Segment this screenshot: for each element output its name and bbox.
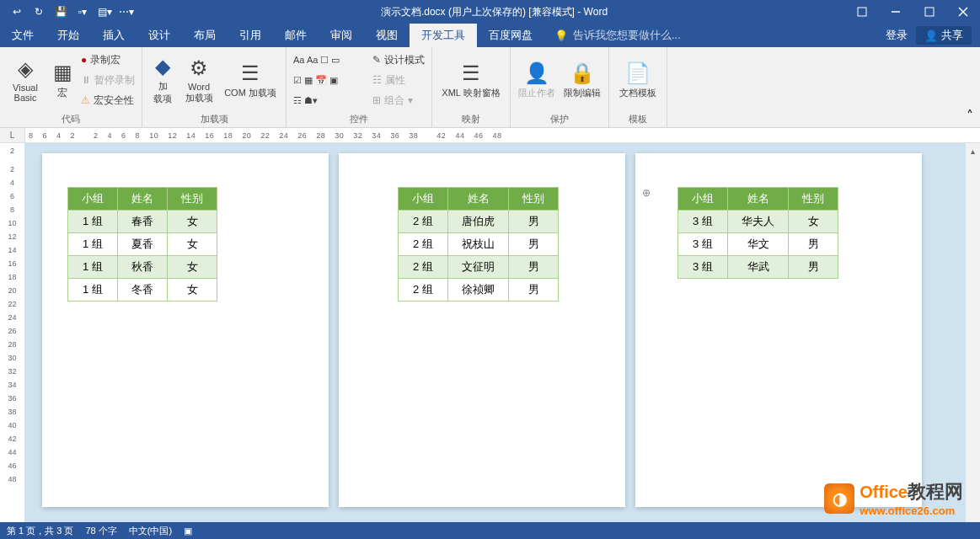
new-button[interactable]: ▫▾ — [72, 2, 93, 22]
table-row[interactable]: 1 组夏香女 — [68, 233, 217, 256]
cell: 徐祯卿 — [448, 279, 509, 302]
customize-qat-button[interactable]: ⋯▾ — [116, 2, 137, 22]
word-count[interactable]: 78 个字 — [85, 525, 116, 537]
doc-template-button[interactable]: 📄文档模板 — [614, 51, 661, 109]
page-2: 小组 姓名 性别 2 组唐伯虎男 2 组祝枝山男 2 组文征明男 2 组徐祯卿男 — [339, 153, 625, 507]
login-link[interactable]: 登录 — [886, 28, 908, 43]
table-page-1[interactable]: 小组 姓名 性别 1 组春香女 1 组夏香女 1 组秋香女 1 组冬香女 — [67, 187, 217, 302]
restrict-editing-button[interactable]: 🔒限制编辑 — [561, 51, 603, 109]
word-addins-label: Word 加载项 — [185, 82, 213, 104]
tab-file[interactable]: 文件 — [0, 24, 46, 47]
table-row[interactable]: 2 组文征明男 — [399, 256, 559, 279]
group-controls-label: 控件 — [292, 113, 426, 125]
cell: 女 — [789, 211, 838, 233]
visual-basic-button[interactable]: ◈ Visual Basic — [5, 51, 46, 109]
group-controls-button: ⊞组合 ▾ — [371, 91, 426, 109]
tab-references[interactable]: 引用 — [228, 24, 273, 47]
group-templates: 📄文档模板 模板 — [609, 47, 667, 127]
vertical-ruler[interactable]: 2246810121416182022242628303234363840424… — [0, 143, 25, 522]
cell: 2 组 — [399, 211, 448, 233]
table-row[interactable]: 1 组冬香女 — [68, 279, 217, 302]
restrict-editing-icon: 🔒 — [570, 61, 595, 85]
share-button[interactable]: 👤 共享 — [916, 26, 972, 45]
macro-indicator-icon[interactable]: ▣ — [184, 526, 192, 536]
record-macro-button[interactable]: ●录制宏 — [79, 51, 137, 69]
vertical-scrollbar[interactable]: ▴ — [965, 143, 980, 522]
cell: 春香 — [118, 211, 168, 233]
tab-layout[interactable]: 布局 — [182, 24, 228, 47]
minimize-button[interactable] — [879, 0, 913, 24]
tab-review[interactable]: 审阅 — [319, 24, 364, 47]
table-row[interactable]: 2 组祝枝山男 — [399, 233, 559, 256]
tell-me-placeholder: 告诉我您想要做什么... — [573, 28, 681, 43]
undo-button[interactable]: ↩ — [7, 2, 27, 22]
cell: 文征明 — [448, 256, 509, 279]
macros-button[interactable]: ▦ 宏 — [49, 51, 76, 109]
group-code: ◈ Visual Basic ▦ 宏 ●录制宏 ⏸暂停录制 ⚠宏安全性 代码 — [0, 47, 142, 127]
cell: 男 — [509, 279, 559, 302]
save-button[interactable]: 💾 — [51, 2, 71, 22]
page-1: 小组 姓名 性别 1 组春香女 1 组夏香女 1 组秋香女 1 组冬香女 — [42, 153, 329, 507]
watermark-brand-1: Office — [860, 483, 908, 501]
scroll-up-arrow-icon[interactable]: ▴ — [966, 143, 980, 158]
document-area[interactable]: 小组 姓名 性别 1 组春香女 1 组夏香女 1 组秋香女 1 组冬香女 小组 … — [25, 143, 980, 522]
pause-recording-button: ⏸暂停录制 — [79, 71, 137, 89]
quick-print-button[interactable]: ▤▾ — [94, 2, 115, 22]
horizontal-ruler[interactable]: 8642246810121416182022242628303234363842… — [25, 128, 980, 142]
ribbon-options-button[interactable] — [845, 0, 879, 24]
quick-access-toolbar: ↩ ↻ 💾 ▫▾ ▤▾ ⋯▾ — [0, 2, 143, 22]
cell: 2 组 — [399, 256, 448, 279]
ruler-corner[interactable]: L — [0, 128, 25, 142]
word-addins-button[interactable]: ⚙Word 加载项 — [181, 51, 217, 109]
xml-mapping-button[interactable]: ☰XML 映射窗格 — [437, 51, 505, 109]
tab-design[interactable]: 设计 — [137, 24, 182, 47]
control-row-1[interactable]: Aa Aa ☐ ▭ — [292, 51, 367, 69]
table-row[interactable]: 1 组秋香女 — [68, 256, 217, 279]
tab-view[interactable]: 视图 — [364, 24, 410, 47]
word-addins-icon: ⚙ — [190, 56, 208, 80]
tell-me-search[interactable]: 💡 告诉我您想要做什么... — [544, 24, 877, 47]
cell: 女 — [168, 256, 217, 279]
window-controls — [845, 0, 980, 24]
table-page-2[interactable]: 小组 姓名 性别 2 组唐伯虎男 2 组祝枝山男 2 组文征明男 2 组徐祯卿男 — [398, 187, 559, 302]
com-addins-button[interactable]: ☰COM 加载项 — [220, 51, 281, 109]
com-addins-label: COM 加载项 — [224, 87, 276, 99]
table-row[interactable]: 1 组春香女 — [68, 211, 217, 233]
addins-icon: ◆ — [155, 55, 170, 78]
control-row-2[interactable]: ☑ ▦ 📅 ▣ — [292, 71, 367, 89]
cell: 男 — [509, 233, 559, 256]
group-mapping-label: 映射 — [437, 113, 505, 125]
cell: 秋香 — [118, 256, 168, 279]
cell: 女 — [168, 279, 217, 302]
table-row[interactable]: 2 组徐祯卿男 — [399, 279, 559, 302]
design-mode-button[interactable]: ✎设计模式 — [371, 51, 426, 69]
cell: 1 组 — [68, 256, 118, 279]
table-page-3[interactable]: 小组 姓名 性别 3 组华夫人女 3 组华文男 3 组华武男 — [677, 187, 838, 279]
table-row[interactable]: 3 组华文男 — [678, 233, 838, 256]
control-row-3[interactable]: ☶ ☗▾ — [292, 91, 367, 109]
tab-insert[interactable]: 插入 — [91, 24, 137, 47]
maximize-button[interactable] — [913, 0, 946, 24]
table-row[interactable]: 3 组华武男 — [678, 256, 838, 279]
group-icon: ⊞ — [372, 94, 381, 106]
watermark-logo-icon: ◑ — [824, 483, 854, 514]
close-button[interactable] — [946, 0, 980, 24]
addins-button[interactable]: ◆加 载项 — [147, 51, 178, 109]
tab-mailings[interactable]: 邮件 — [273, 24, 319, 47]
tab-baidu[interactable]: 百度网盘 — [477, 24, 544, 47]
tab-home[interactable]: 开始 — [46, 24, 91, 47]
collapse-ribbon-button[interactable]: ˄ — [960, 47, 980, 127]
visual-basic-label: Visual Basic — [5, 83, 46, 103]
watermark-text: Office教程网 www.office26.com — [860, 479, 963, 517]
redo-button[interactable]: ↻ — [29, 2, 49, 22]
tab-developer[interactable]: 开发工具 — [410, 24, 477, 47]
macro-security-button[interactable]: ⚠宏安全性 — [79, 91, 137, 109]
document-title: 演示文档.docx (用户上次保存的) [兼容模式] - Word — [143, 5, 845, 19]
cell: 1 组 — [68, 279, 118, 302]
page-info[interactable]: 第 1 页，共 3 页 — [7, 525, 73, 537]
language-status[interactable]: 中文(中国) — [129, 525, 172, 537]
table-row[interactable]: 3 组华夫人女 — [678, 211, 838, 233]
macro-security-label: 宏安全性 — [94, 93, 134, 108]
account-area: 登录 👤 共享 — [877, 24, 980, 47]
table-row[interactable]: 2 组唐伯虎男 — [399, 211, 559, 233]
